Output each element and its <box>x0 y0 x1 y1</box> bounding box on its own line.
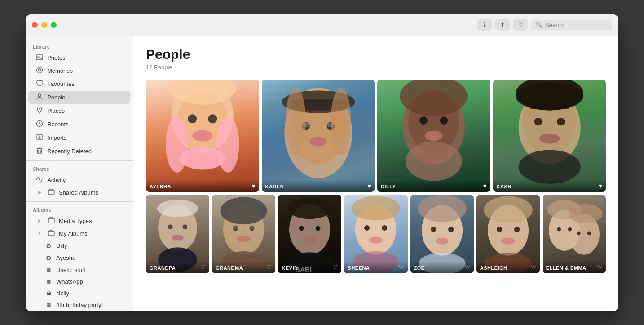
svg-point-77 <box>418 195 467 222</box>
svg-point-80 <box>436 237 448 244</box>
heart-filled-icon[interactable]: ♥ <box>483 183 487 189</box>
svg-point-49 <box>168 224 173 229</box>
sidebar-item-label: Activity <box>47 177 66 183</box>
person-card-ellen-emma[interactable]: Ellen & Emma ♡ <box>543 195 606 273</box>
svg-point-43 <box>557 117 565 125</box>
svg-point-90 <box>557 227 561 231</box>
sidebar-item-4th-birthday[interactable]: ▦ 4th birthday party! <box>28 299 130 311</box>
heart-icon[interactable]: ♡ <box>266 264 272 271</box>
info-button[interactable]: ℹ <box>477 19 492 31</box>
heart-icon[interactable]: ♡ <box>531 264 536 271</box>
sidebar-item-label: People <box>47 94 65 101</box>
close-button[interactable] <box>32 22 38 28</box>
search-input[interactable] <box>545 22 608 28</box>
chevron-right-icon-mt: ▶ <box>35 218 44 223</box>
chevron-down-icon-ma: ▼ <box>35 231 44 236</box>
svg-point-56 <box>221 197 267 224</box>
sidebar-item-recently-deleted[interactable]: Recently Deleted <box>28 145 130 158</box>
person-card-ayesha[interactable]: AYESHA ♥ <box>146 80 259 192</box>
sidebar-item-ayesha[interactable]: ⚙ Ayesha <box>28 252 130 264</box>
sidebar-divider-2 <box>26 201 133 202</box>
svg-point-6 <box>39 108 40 110</box>
person-card-zoe[interactable]: Zoe ♡ <box>410 195 474 273</box>
sidebar-item-recents[interactable]: Recents <box>28 118 130 131</box>
share-button[interactable]: ⬆ <box>495 19 510 31</box>
svg-point-30 <box>285 88 305 156</box>
sidebar-item-places[interactable]: Places <box>28 104 130 117</box>
person-label-kash: KASH ♥ <box>493 180 606 192</box>
person-label-karen: KAREN ♥ <box>262 180 375 192</box>
person-card-grandma[interactable]: Grandma ♡ <box>212 195 275 273</box>
svg-rect-60 <box>249 225 255 229</box>
heart-filled-icon[interactable]: ♥ <box>367 183 371 189</box>
nelly-icon: 🏔 <box>44 290 53 296</box>
heart-icon[interactable]: ♡ <box>399 264 404 271</box>
sidebar-item-memories[interactable]: Memories <box>28 64 130 77</box>
sidebar-item-label: Favourites <box>47 80 75 87</box>
svg-rect-11 <box>48 231 54 236</box>
heart-icon[interactable]: ♡ <box>332 264 338 271</box>
sidebar-item-label: Recently Deleted <box>47 148 92 155</box>
share-icon: ⬆ <box>500 22 505 28</box>
person-name: Ellen & Emma <box>546 265 587 271</box>
page-title: People <box>146 47 606 62</box>
svg-point-61 <box>237 236 251 242</box>
person-name: Kevin <box>282 265 298 271</box>
minimize-button[interactable] <box>41 22 47 28</box>
heart-icon[interactable]: ♡ <box>465 264 470 271</box>
svg-point-34 <box>419 116 428 125</box>
svg-point-42 <box>534 117 542 125</box>
sidebar-item-whatsapp[interactable]: ▦ WhatsApp <box>28 276 130 287</box>
sidebar-item-activity[interactable]: Activity <box>28 174 130 186</box>
sidebar-item-imports[interactable]: Imports <box>28 131 130 144</box>
person-name: Zoe <box>414 265 425 271</box>
person-label-zoe: Zoe ♡ <box>410 261 474 273</box>
sidebar-item-shared-albums[interactable]: ▶ Shared Albums <box>28 187 130 199</box>
regular-people-grid: Grandpa ♡ <box>146 195 606 273</box>
svg-point-83 <box>484 196 533 223</box>
sidebar-item-useful-stuff[interactable]: ▦ Useful stuff <box>28 264 130 276</box>
person-name: DILLY <box>381 184 396 189</box>
person-label-dilly: DILLY ♥ <box>377 180 490 192</box>
heart-filled-icon[interactable]: ♥ <box>599 183 602 189</box>
sidebar-item-people[interactable]: People <box>28 91 130 104</box>
photos-window: ℹ ⬆ ♡ 🔍 Library Photos <box>26 14 618 311</box>
sidebar-item-label: Photos <box>47 54 65 61</box>
search-bar[interactable]: 🔍 <box>531 20 612 30</box>
sidebar-item-dilly[interactable]: ⚙ Dilly <box>28 240 130 252</box>
library-section-label: Library <box>26 41 133 51</box>
svg-point-65 <box>299 226 304 231</box>
heart-icon[interactable]: ♡ <box>597 264 602 271</box>
person-card-sheena[interactable]: Sheena ♡ <box>344 195 407 273</box>
heart-filled-icon[interactable]: ♥ <box>252 183 256 189</box>
person-card-grandpa[interactable]: Grandpa ♡ <box>146 195 209 273</box>
svg-point-50 <box>182 224 187 229</box>
svg-point-16 <box>192 130 212 141</box>
sidebar-item-label: Dilly <box>56 242 67 249</box>
person-card-dilly[interactable]: DILLY ♥ <box>377 80 490 192</box>
svg-point-95 <box>568 204 602 223</box>
albums-section-label: Albums <box>26 205 133 214</box>
person-name: KAREN <box>265 184 284 189</box>
sidebar-item-media-types[interactable]: ▶ Media Types <box>28 215 130 227</box>
svg-rect-9 <box>48 190 54 195</box>
sidebar-item-favourites[interactable]: Favourites <box>28 78 130 90</box>
person-name: AYESHA <box>150 184 171 189</box>
person-card-ashleigh[interactable]: Ashleigh ♡ <box>476 195 540 273</box>
svg-point-72 <box>364 225 370 230</box>
person-card-karen[interactable]: KAREN ♥ <box>262 80 375 192</box>
sidebar-item-photos[interactable]: Photos <box>28 52 130 64</box>
maximize-button[interactable] <box>51 22 57 28</box>
sidebar-item-label: Imports <box>47 134 66 141</box>
heart-button[interactable]: ♡ <box>513 19 528 31</box>
heart-icon[interactable]: ♡ <box>200 264 206 271</box>
person-card-kevin[interactable]: BABI Kevin ♡ <box>278 195 341 273</box>
svg-point-28 <box>309 137 326 146</box>
sidebar-item-nelly[interactable]: 🏔 Nelly <box>28 288 130 299</box>
person-label-grandpa: Grandpa ♡ <box>146 261 209 273</box>
svg-point-84 <box>497 227 502 232</box>
sidebar-item-my-albums[interactable]: ▼ My Albums <box>28 227 130 240</box>
search-icon: 🔍 <box>536 22 543 28</box>
person-card-kash[interactable]: KASH ♥ <box>493 80 606 192</box>
sidebar-item-label: WhatsApp <box>56 278 83 285</box>
